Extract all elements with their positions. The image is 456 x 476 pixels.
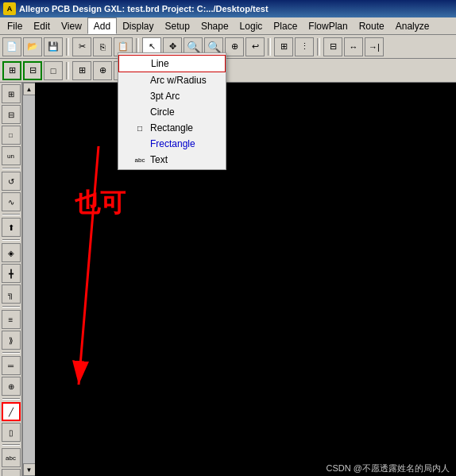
menu-item-view[interactable]: View [56,17,87,34]
lt-diagonal[interactable]: ╱ [2,402,21,421]
lt-sep3 [2,239,20,241]
menu-item-shape[interactable]: Shape [195,17,234,34]
tb-ratsnest[interactable]: ⋮ [295,37,314,56]
lt-wave[interactable]: ∿ [2,192,21,211]
canvas-chinese-text: 也可 [75,186,126,221]
lt-sep6 [2,398,20,400]
main-area: ⊞ ⊟ □ un ↺ ∿ ⬆ ◈ ╋ ╗ ≡ ⟫ ═ ⊕ ╱ ▯ abc abc… [0,83,456,476]
lt-sep5 [2,352,20,354]
lt-rect[interactable]: ▯ [2,423,21,442]
menu-item-file[interactable]: File [2,17,28,34]
dd-item-rectangle[interactable]: □Rectangle [118,120,226,136]
lt-lines[interactable]: ≡ [2,310,21,329]
menu-item-analyze[interactable]: Analyze [390,17,435,34]
lt-corner[interactable]: ╗ [2,284,21,304]
abc-icon: abc [134,154,145,165]
dd-item-frectangle[interactable]: Frectangle [118,136,226,152]
left-scroll: ▲ ▼ [22,83,35,476]
lt-cross[interactable]: ╋ [2,264,21,283]
menu-item-flowplan[interactable]: FlowPlan [303,17,353,34]
dd-item-text[interactable]: abcText [118,152,226,168]
lt-un[interactable]: un [2,146,21,165]
sep5 [66,62,69,79]
add-dropdown-menu: LineArc w/Radius3pt ArcCircle□RectangleF… [118,52,226,170]
scroll-up[interactable]: ▲ [23,83,36,95]
title-bar: A Allegro PCB Design GXL: test.brd Proje… [0,0,456,17]
scroll-down[interactable]: ▼ [23,463,36,476]
sep3 [268,38,271,56]
lt-hlines[interactable]: ═ [2,356,21,375]
dd-item-line[interactable]: Line [118,55,226,72]
menu-item-add[interactable]: Add [87,17,117,34]
tb-open[interactable]: 📂 [23,37,42,56]
sep4 [317,38,320,56]
menu-item-route[interactable]: Route [354,17,390,34]
app-icon: A [3,2,16,15]
lt-sep4 [2,306,20,308]
tb2-5[interactable]: ⊕ [93,61,112,80]
dd-item-label: Text [150,154,168,165]
tb-extra3[interactable]: →| [365,37,384,56]
toolbar-row-1: 📄 📂 💾 ✂ ⎘ 📋 ↖ ✥ 🔍 🔍 ⊕ ↩ ⊞ ⋮ ⊟ ↔ →| [0,35,456,59]
canvas-area: 也可 CSDN @不愿透露姓名的局内人 [35,83,456,476]
tb-zoom-prev[interactable]: ↩ [245,37,265,56]
lt-text2[interactable]: abc⊕ [2,469,21,476]
toolbar-row-2: ⊞ ⊟ □ ⊞ ⊕ ✖ ☐ ⊠ ⊟ ↔ [0,59,456,83]
lt-bracket[interactable]: ⟫ [2,331,21,350]
lt-sep2 [2,214,20,215]
dd-item-label: Circle [150,106,175,118]
rect-icon: □ [134,122,145,134]
tb2-3[interactable]: □ [44,61,63,80]
svg-line-1 [79,146,99,385]
dd-item-circle[interactable]: Circle [118,104,226,120]
dd-item-label: Rectangle [150,122,193,134]
tb2-1[interactable]: ⊞ [2,61,21,80]
scroll-track[interactable] [23,95,36,463]
lt-up[interactable]: ⬆ [2,218,21,237]
lt-text1[interactable]: abc [2,448,21,467]
dd-item-arc-w-radius[interactable]: Arc w/Radius [118,72,226,88]
tb2-2[interactable]: ⊟ [23,61,42,80]
menu-item-setup[interactable]: Setup [160,17,195,34]
tb-copy[interactable]: ⎘ [93,37,112,56]
lt-sep1 [2,168,20,169]
tb-new[interactable]: 📄 [2,37,21,56]
dd-item-label: Line [151,58,169,69]
lt-plus[interactable]: ⊕ [2,377,21,396]
lt-box[interactable]: □ [2,126,21,145]
lt-undo[interactable]: ↺ [2,172,21,191]
tb-grid-toggle[interactable]: ⊞ [274,37,293,56]
title-text: Allegro PCB Design GXL: test.brd Project… [19,4,269,14]
tb-extra1[interactable]: ⊟ [323,37,342,56]
menu-item-logic[interactable]: Logic [234,17,269,34]
sep1 [66,38,69,56]
lt-pin[interactable]: ◈ [2,243,21,262]
arrow-overlay [35,83,456,476]
menu-item-edit[interactable]: Edit [28,17,56,34]
dd-item-label: Arc w/Radius [150,75,207,86]
lt-grid2[interactable]: ⊟ [2,105,21,124]
lt-grid1[interactable]: ⊞ [2,84,21,103]
left-toolbar: ⊞ ⊟ □ un ↺ ∿ ⬆ ◈ ╋ ╗ ≡ ⟫ ═ ⊕ ╱ ▯ abc abc… [0,83,22,476]
menu-bar: FileEditViewAddDisplaySetupShapeLogicPla… [0,17,456,35]
tb-cut[interactable]: ✂ [72,37,91,56]
tb-zoom-fit[interactable]: ⊕ [225,37,244,56]
tb2-4[interactable]: ⊞ [72,61,91,80]
tb-extra2[interactable]: ↔ [344,37,363,56]
dd-item-3pt-arc[interactable]: 3pt Arc [118,88,226,104]
menu-item-display[interactable]: Display [117,17,159,34]
dd-item-label: 3pt Arc [150,91,180,102]
dd-item-label: Frectangle [150,138,195,149]
lt-sep7 [2,444,20,446]
canvas-watermark: CSDN @不愿透露姓名的局内人 [57,460,456,476]
tb-save[interactable]: 💾 [44,37,63,56]
menu-item-place[interactable]: Place [268,17,303,34]
